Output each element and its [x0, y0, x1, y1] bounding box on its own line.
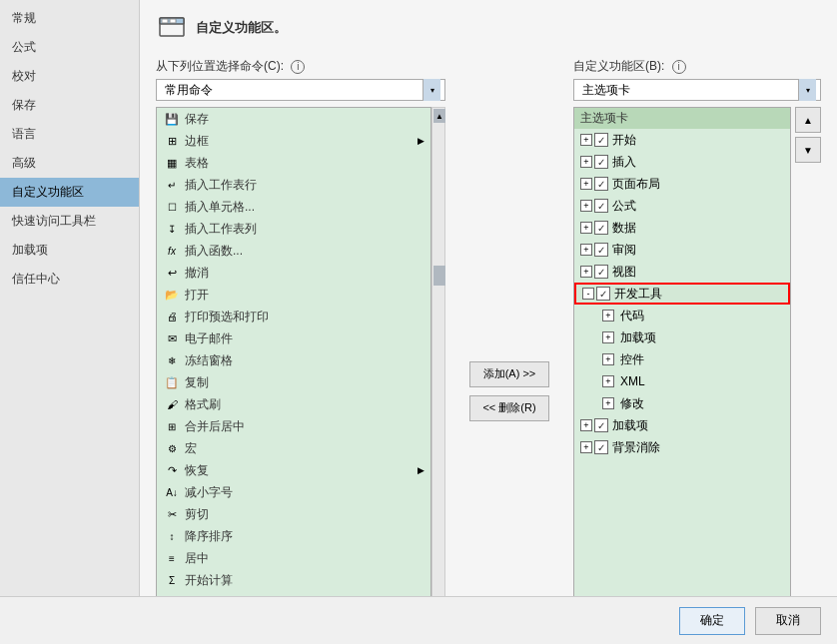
move-down-button[interactable]: ▼: [795, 137, 821, 163]
expand-xml[interactable]: +: [602, 375, 614, 387]
right-item-kaishi[interactable]: + ✓ 开始: [574, 129, 790, 151]
check-yemian[interactable]: ✓: [594, 177, 608, 191]
merge-icon: ⊞: [163, 417, 181, 435]
right-item-xml[interactable]: + XML: [574, 370, 790, 392]
right-item-yemian[interactable]: + ✓ 页面布局: [574, 173, 790, 195]
list-item-insertcol[interactable]: ↧ 插入工作表列: [157, 218, 430, 240]
right-dropdown[interactable]: 主选项卡 ▾: [573, 79, 821, 101]
expand-kaishi[interactable]: +: [580, 134, 592, 146]
sidebar-item-proofing[interactable]: 校对: [0, 62, 139, 91]
right-item-beijing[interactable]: + ✓ 背景消除: [574, 436, 790, 458]
expand-charu[interactable]: +: [580, 156, 592, 168]
left-dropdown[interactable]: 常用命令 ▾: [156, 79, 445, 101]
remove-button[interactable]: << 删除(R): [469, 395, 549, 421]
right-item-shitu[interactable]: + ✓ 视图: [574, 261, 790, 283]
list-item-border[interactable]: ⊞ 边框 ▶: [157, 130, 430, 152]
ok-button[interactable]: 确定: [679, 607, 745, 635]
list-item-macro[interactable]: ⚙ 宏: [157, 437, 430, 459]
right-item-shenhe[interactable]: + ✓ 审阅: [574, 239, 790, 261]
right-item-shuju[interactable]: + ✓ 数据: [574, 217, 790, 239]
list-item-open[interactable]: 📂 打开: [157, 284, 430, 306]
add-button[interactable]: 添加(A) >>: [469, 361, 549, 387]
list-item-insertcell[interactable]: ☐ 插入单元格...: [157, 196, 430, 218]
list-item-copy[interactable]: 📋 复制: [157, 371, 430, 393]
expand-jiazaixiang[interactable]: +: [602, 331, 614, 343]
check-charu[interactable]: ✓: [594, 155, 608, 169]
list-item-insertfx[interactable]: fx 插入函数...: [157, 240, 430, 262]
list-item-decrease-font-text: 减小字号: [185, 484, 233, 501]
sidebar-item-save[interactable]: 保存: [0, 91, 139, 120]
right-item-kongjian[interactable]: + 控件: [574, 348, 790, 370]
sidebar-item-advanced[interactable]: 高级: [0, 149, 139, 178]
list-item-print-preview-text: 打印预选和打印: [185, 309, 269, 325]
expand-xiugai[interactable]: +: [602, 397, 614, 409]
expand-beijing[interactable]: +: [580, 441, 592, 453]
check-shenhe[interactable]: ✓: [594, 243, 608, 257]
check-kaifa[interactable]: ✓: [596, 287, 610, 301]
list-item-insertrow[interactable]: ↵ 插入工作表行: [157, 174, 430, 196]
right-item-xiugai[interactable]: + 修改: [574, 392, 790, 414]
middle-buttons: 添加(A) >> << 删除(R): [461, 58, 557, 596]
list-item-save[interactable]: 💾 保存: [157, 108, 430, 130]
expand-shuju[interactable]: +: [580, 222, 592, 234]
right-item-kongjian-label: 控件: [620, 351, 644, 368]
list-item-cut[interactable]: ✂ 剪切: [157, 503, 430, 525]
sidebar-item-general[interactable]: 常规: [0, 4, 139, 33]
right-item-daima[interactable]: + 代码: [574, 305, 790, 326]
sidebar-item-quickaccess[interactable]: 快速访问工具栏: [0, 207, 139, 236]
sidebar-item-formula[interactable]: 公式: [0, 33, 139, 62]
list-item-format-brush[interactable]: 🖌 格式刷: [157, 393, 430, 415]
list-item-decrease-font[interactable]: A↓ 减小字号: [157, 481, 430, 503]
right-item-jiazaixiang[interactable]: + 加载项: [574, 326, 790, 348]
list-item-center[interactable]: ≡ 居中: [157, 547, 430, 569]
check-shitu[interactable]: ✓: [594, 265, 608, 279]
right-info-icon[interactable]: i: [672, 60, 686, 74]
freeze-icon: ❄: [163, 351, 181, 369]
list-item-merge[interactable]: ⊞ 合并后居中: [157, 415, 430, 437]
check-gongshi[interactable]: ✓: [594, 199, 608, 213]
move-up-button[interactable]: ▲: [795, 107, 821, 133]
expand-gongshi[interactable]: +: [580, 200, 592, 212]
expand-yemian[interactable]: +: [580, 178, 592, 190]
list-item-sort-desc[interactable]: ↕ 降序排序: [157, 525, 430, 547]
list-item-cut-text: 剪切: [185, 506, 209, 523]
list-item-calculate[interactable]: Σ 开始计算: [157, 569, 430, 591]
sidebar-item-trustcenter[interactable]: 信任中心: [0, 265, 139, 294]
list-item-undo-text: 撤消: [185, 265, 209, 282]
expand-shitu[interactable]: +: [580, 266, 592, 278]
expand-kongjian[interactable]: +: [602, 353, 614, 365]
left-dropdown-arrow[interactable]: ▾: [422, 79, 440, 101]
scroll-thumb[interactable]: [433, 266, 445, 286]
check-jiazaixiang2[interactable]: ✓: [594, 418, 608, 432]
check-kaishi[interactable]: ✓: [594, 133, 608, 147]
sidebar: 常规 公式 校对 保存 语言 高级 自定义功能区 快速访问工具栏 加载项 信任中…: [0, 0, 140, 596]
right-item-kaishi-label: 开始: [612, 132, 636, 149]
left-scrollbar[interactable]: ▲ ▼: [431, 107, 445, 596]
expand-jiazaixiang2[interactable]: +: [580, 419, 592, 431]
right-item-kaifa[interactable]: - ✓ 开发工具: [574, 283, 790, 305]
sidebar-item-addins[interactable]: 加载项: [0, 236, 139, 265]
list-item-redo[interactable]: ↷ 恢复 ▶: [157, 459, 430, 481]
right-item-jiazaixiang2[interactable]: + ✓ 加载项: [574, 414, 790, 436]
right-dropdown-arrow[interactable]: ▾: [798, 79, 816, 101]
left-info-icon[interactable]: i: [291, 60, 305, 74]
sidebar-item-customize[interactable]: 自定义功能区: [0, 178, 139, 207]
check-beijing[interactable]: ✓: [594, 440, 608, 454]
list-item-freeze[interactable]: ❄ 冻结窗格: [157, 349, 430, 371]
right-list-container: 主选项卡 + ✓ 开始 + ✓ 插入: [573, 107, 821, 596]
right-list-header: 主选项卡: [574, 108, 790, 129]
list-item-email[interactable]: ✉ 电子邮件: [157, 327, 430, 349]
expand-shenhe[interactable]: +: [580, 244, 592, 256]
list-item-table[interactable]: ▦ 表格: [157, 152, 430, 174]
expand-daima[interactable]: +: [602, 310, 614, 322]
right-list-panel: 主选项卡 + ✓ 开始 + ✓ 插入: [573, 107, 791, 596]
cancel-button[interactable]: 取消: [755, 607, 821, 635]
sidebar-item-language[interactable]: 语言: [0, 120, 139, 149]
check-shuju[interactable]: ✓: [594, 221, 608, 235]
right-item-charu[interactable]: + ✓ 插入: [574, 151, 790, 173]
right-item-gongshi[interactable]: + ✓ 公式: [574, 195, 790, 217]
list-item-print-preview[interactable]: 🖨 打印预选和打印: [157, 306, 430, 327]
scroll-up-btn[interactable]: ▲: [433, 109, 445, 123]
list-item-undo[interactable]: ↩ 撤消: [157, 262, 430, 284]
expand-kaifa[interactable]: -: [582, 288, 594, 300]
